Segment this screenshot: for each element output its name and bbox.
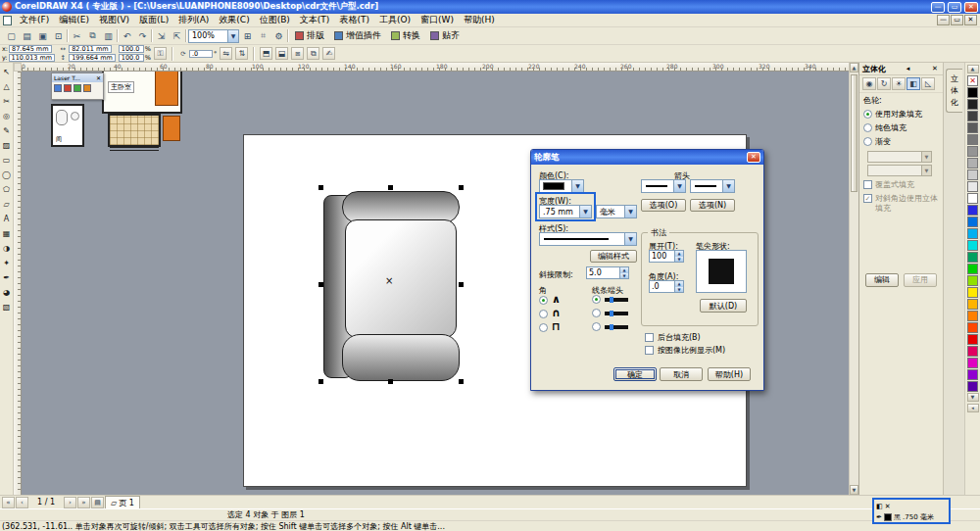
scroll-up-icon[interactable]: ▲ [850,63,858,72]
cut-icon[interactable]: ✂ [70,28,84,43]
radio-icon[interactable] [592,309,601,317]
arrow-end-combo[interactable]: ▼ [690,179,735,193]
spin-down-icon[interactable]: ▼ [620,273,628,279]
nib-angle-spinner[interactable]: .0 ▲▼ [649,280,684,293]
ruler-origin[interactable] [14,63,22,72]
sofa-seat-shape[interactable] [345,219,457,338]
color-swatch[interactable] [967,169,978,180]
docker-close-icon[interactable]: ✕ [930,65,940,72]
previous-page-icon[interactable]: ‹ [16,497,28,508]
copy-icon[interactable]: ⧉ [85,28,100,43]
edit-style-button[interactable]: 编辑样式 [590,250,637,263]
checkbox-icon[interactable]: ✓ [863,194,872,203]
zoom-level-combo[interactable]: 100% ▼ [188,29,239,43]
color-swatch[interactable] [967,381,978,392]
ellipse-tool[interactable]: ◯ [0,168,13,182]
laser-tool-icon[interactable] [54,84,62,92]
palette-scroll-up-icon[interactable]: ▲ [967,65,979,73]
mirror-horizontal-icon[interactable]: ⇋ [220,47,232,60]
color-swatch[interactable] [967,228,978,239]
application-launcher-icon[interactable]: ⊞ [240,28,255,43]
color-swatch[interactable] [967,358,978,368]
selection-handle[interactable] [459,282,464,287]
mirror-vertical-icon[interactable]: ⇅ [235,47,248,60]
menu-item[interactable]: 帮助(H) [459,14,500,26]
color-swatch[interactable] [967,334,978,345]
menu-item[interactable]: 编辑(E) [54,14,94,26]
extrude-color-to-combo[interactable]: ▼ [867,165,932,176]
selection-handle[interactable] [318,185,323,190]
print-icon[interactable]: ⊡ [51,28,66,43]
color-swatch[interactable] [967,299,978,310]
first-page-icon[interactable]: « [2,497,15,508]
width-units-combo[interactable]: 毫米 ▼ [596,205,637,218]
text-tool[interactable]: A [0,212,13,226]
nib-preview-box[interactable] [696,250,747,293]
scale-y-field[interactable]: 100.0 [119,54,144,62]
color-swatch[interactable] [967,217,978,227]
color-swatch[interactable] [967,275,978,286]
color-swatch[interactable] [967,264,978,274]
corner-option[interactable]: ∧ [539,295,561,305]
toolbar-text-button[interactable]: 转换 [386,28,425,44]
import-icon[interactable]: ⇲ [154,28,169,43]
docker-checkbox-option[interactable]: ✓ 对斜角边使用立体填充 [859,192,943,216]
crop-tool[interactable]: ✂ [0,94,13,109]
scale-x-field[interactable]: 100.0 [119,45,144,53]
interactive-fill-tool[interactable]: ▧ [0,300,13,314]
color-swatch[interactable] [967,193,978,204]
color-swatch[interactable] [967,240,978,251]
lock-ratio-icon[interactable]: ⚿ [154,47,167,60]
object-x-field[interactable]: 87.645 mm [9,45,51,53]
arrow-options-right-button[interactable]: 选项(N) [690,199,735,212]
color-swatch[interactable] [967,111,978,121]
vertical-scroll-thumb[interactable] [851,74,858,192]
corner-option[interactable]: ∩ [539,309,561,318]
radio-icon[interactable] [592,322,601,331]
scale-with-image-checkbox[interactable]: 按图像比例显示(M) [645,345,725,356]
color-swatch[interactable] [967,99,978,110]
horizontal-ruler[interactable]: 0204060801001201401601802002202402602803… [22,63,849,72]
next-page-icon[interactable]: › [64,497,76,508]
separator[interactable] [151,29,153,42]
convert-to-curves-icon[interactable]: ✍ [322,47,335,60]
new-document-icon[interactable]: ▢ [4,28,19,43]
mdi-close-button[interactable]: ✕ [964,15,977,25]
color-swatch[interactable] [967,346,978,357]
spin-down-icon[interactable]: ▼ [675,287,683,293]
menu-item[interactable]: 排列(A) [173,14,214,26]
color-swatch[interactable] [967,146,978,157]
to-back-icon[interactable]: ⬓ [275,47,288,60]
docker-edit-button[interactable]: 编辑 [865,273,899,287]
corner-option[interactable]: ⊓ [539,322,561,332]
toolbar-text-button[interactable]: 增值插件 [329,28,386,44]
line-cap-option[interactable] [592,309,628,317]
rotation-angle-field[interactable]: .0 [189,50,213,58]
color-swatch[interactable] [967,322,978,333]
extrude-color-from-combo[interactable]: ▼ [867,151,932,163]
menu-item[interactable]: 位图(B) [255,14,295,26]
menu-item[interactable]: 文本(T) [295,14,335,26]
docker-checkbox-option[interactable]: 覆盖式填充 [859,178,943,192]
color-swatch[interactable] [967,87,978,98]
separator[interactable] [185,29,187,42]
export-icon[interactable]: ⇱ [170,28,184,43]
extrude-camera-icon[interactable]: ◉ [862,77,876,90]
line-style-combo[interactable]: ▼ [539,232,637,246]
menu-item[interactable]: 视图(V) [94,14,134,26]
rectangle-tool[interactable]: ▭ [0,153,13,168]
extrude-rotation-icon[interactable]: ↻ [877,77,891,90]
separator[interactable] [287,29,289,42]
dialog-close-button[interactable]: ✕ [747,152,760,163]
checkbox-icon[interactable] [645,346,654,355]
mdi-minimize-button[interactable]: — [937,15,950,25]
checkbox-icon[interactable] [863,180,872,189]
polygon-tool[interactable]: ⬠ [0,182,13,197]
laser-tool-icon[interactable] [64,84,72,92]
menu-item[interactable]: 文件(F) [15,14,54,26]
separator[interactable] [117,29,119,42]
selection-handle[interactable] [318,379,323,384]
blend-tool[interactable]: ◑ [0,241,13,256]
behind-fill-checkbox[interactable]: 后台填充(B) [645,332,701,343]
fill-tool[interactable]: ◕ [0,285,13,300]
